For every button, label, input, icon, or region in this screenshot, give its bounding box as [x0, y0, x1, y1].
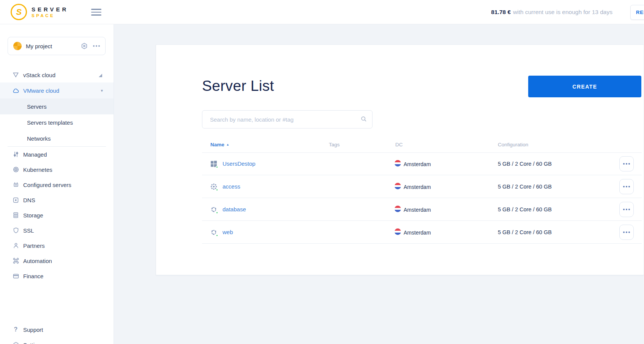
- hamburger-menu-icon[interactable]: [91, 9, 101, 16]
- storage-icon: [13, 212, 19, 218]
- netherlands-flag-icon: [395, 206, 401, 212]
- status-online-dot: [216, 234, 218, 237]
- shield-icon: [13, 227, 19, 233]
- sidebar-item-label: Settings: [23, 342, 44, 344]
- sidebar: My project vStack cloud VMware cloud ▾ S…: [0, 24, 114, 344]
- sidebar-item-label: Automation: [23, 258, 52, 264]
- column-header-name[interactable]: Name▲: [210, 142, 229, 147]
- brand-wordmark: SERVER SPACE: [32, 6, 68, 18]
- server-list-panel: Server List CREATE Name▲ Tags DC Configu…: [156, 44, 644, 275]
- server-configuration: 5 GB / 2 Core / 60 GB: [498, 229, 552, 235]
- row-actions-button[interactable]: [619, 179, 634, 194]
- table-row: database Amsterdam 5 GB / 2 Core / 60 GB: [202, 198, 642, 221]
- dns-icon: [13, 197, 19, 203]
- table-header: Name▲ Tags DC Configuration: [156, 142, 644, 148]
- expand-corner-icon: [99, 72, 102, 78]
- netherlands-flag-icon: [395, 160, 401, 166]
- create-server-button[interactable]: CREATE: [528, 76, 641, 97]
- centos-os-icon: [210, 183, 217, 190]
- command-icon: [13, 258, 19, 264]
- balance-note: with current use is enough for 13 days: [513, 9, 612, 16]
- credit-card-icon: [13, 274, 19, 279]
- ubuntu-os-icon: [210, 229, 217, 236]
- sidebar-item-label: Finance: [23, 273, 43, 279]
- balance-amount: 81.78 €: [491, 9, 511, 16]
- brand-logo-icon: S: [11, 4, 27, 20]
- page-title: Server List: [202, 78, 274, 94]
- server-configuration: 5 GB / 2 Core / 60 GB: [498, 161, 552, 167]
- project-more-icon[interactable]: [93, 45, 100, 47]
- search-icon: [361, 116, 367, 122]
- project-name: My project: [26, 43, 52, 49]
- dc-city: Amsterdam: [404, 161, 431, 167]
- sidebar-item-networks[interactable]: Networks: [0, 130, 114, 146]
- search-input[interactable]: [202, 110, 373, 128]
- sidebar-item-label: Configured servers: [23, 182, 71, 188]
- sidebar-item-label: Support: [23, 327, 43, 333]
- dc-city: Amsterdam: [404, 184, 431, 190]
- sidebar-item-vstack-cloud[interactable]: vStack cloud: [0, 67, 114, 82]
- sidebar-item-label: Servers templates: [27, 119, 73, 126]
- sidebar-item-label: SSL: [23, 227, 34, 234]
- sidebar-item-label: Partners: [23, 243, 45, 249]
- person-icon: [13, 243, 19, 249]
- sidebar-item-automation[interactable]: Automation: [0, 253, 114, 268]
- sidebar-item-label: vStack cloud: [23, 72, 55, 78]
- sidebar-item-ssl[interactable]: SSL: [0, 223, 114, 238]
- status-online-dot: [216, 189, 218, 191]
- sidebar-item-managed[interactable]: Managed: [0, 147, 114, 162]
- helm-icon: [13, 166, 19, 173]
- server-name-link[interactable]: web: [223, 229, 233, 235]
- server-name-link[interactable]: UsersDestop: [223, 160, 256, 167]
- brand-word-top: SERVER: [32, 6, 68, 13]
- table-row: UsersDestop Amsterdam 5 GB / 2 Core / 60…: [202, 152, 642, 175]
- status-online-dot: [216, 166, 218, 168]
- brand-logo: S SERVER SPACE: [11, 4, 68, 20]
- project-selector[interactable]: My project: [8, 37, 106, 55]
- sort-asc-icon: ▲: [226, 143, 229, 146]
- brand-word-bottom: SPACE: [32, 13, 68, 18]
- server-name-link[interactable]: database: [223, 206, 246, 212]
- sidebar-item-label: DNS: [23, 197, 35, 203]
- gear-icon: [13, 342, 19, 344]
- table-row: web Amsterdam 5 GB / 2 Core / 60 GB: [202, 221, 642, 244]
- column-header-tags[interactable]: Tags: [329, 142, 340, 147]
- sidebar-item-servers[interactable]: Servers: [0, 98, 114, 114]
- sidebar-item-finance[interactable]: Finance: [0, 268, 114, 284]
- sidebar-item-dns[interactable]: DNS: [0, 192, 114, 208]
- sidebar-item-vmware-cloud[interactable]: VMware cloud ▾: [0, 82, 114, 98]
- sidebar-item-partners[interactable]: Partners: [0, 238, 114, 253]
- sidebar-item-label: Managed: [23, 151, 47, 158]
- sidebar-item-servers-templates[interactable]: Servers templates: [0, 114, 114, 130]
- sidebar-item-label: Storage: [23, 212, 43, 219]
- configured-server-icon: [13, 182, 19, 188]
- row-actions-button[interactable]: [619, 202, 634, 217]
- sidebar-item-label: Servers: [27, 103, 47, 110]
- server-configuration: 5 GB / 2 Core / 60 GB: [498, 184, 552, 190]
- dc-city: Amsterdam: [404, 230, 431, 236]
- search-box: [202, 110, 373, 128]
- status-online-dot: [216, 211, 218, 214]
- question-mark-icon: ?: [13, 326, 19, 333]
- column-header-configuration[interactable]: Configuration: [498, 142, 528, 147]
- top-bar: S SERVER SPACE 81.78 € with current use …: [0, 0, 644, 24]
- server-name-link[interactable]: access: [223, 183, 240, 190]
- refill-button[interactable]: REFILL: [630, 5, 644, 20]
- project-settings-gear-icon[interactable]: [81, 43, 88, 49]
- sidebar-item-label: VMware cloud: [23, 87, 59, 94]
- sidebar-item-support[interactable]: ? Support: [0, 323, 114, 336]
- server-configuration: 5 GB / 2 Core / 60 GB: [498, 206, 552, 212]
- row-actions-button[interactable]: [619, 225, 634, 240]
- account-balance: 81.78 € with current use is enough for 1…: [491, 0, 612, 24]
- row-actions-button[interactable]: [619, 156, 634, 171]
- column-header-dc[interactable]: DC: [395, 142, 403, 147]
- table-row: access Amsterdam 5 GB / 2 Core / 60 GB: [202, 175, 642, 198]
- chevron-down-icon: ▾: [101, 88, 103, 93]
- sidebar-item-storage[interactable]: Storage: [0, 208, 114, 223]
- sidebar-item-kubernetes[interactable]: Kubernetes: [0, 162, 114, 177]
- dc-city: Amsterdam: [404, 207, 431, 213]
- vstack-icon: [13, 72, 19, 78]
- sidebar-item-settings[interactable]: Settings: [0, 337, 114, 344]
- sidebar-item-configured-servers[interactable]: Configured servers: [0, 177, 114, 192]
- cloud-icon: [13, 88, 19, 93]
